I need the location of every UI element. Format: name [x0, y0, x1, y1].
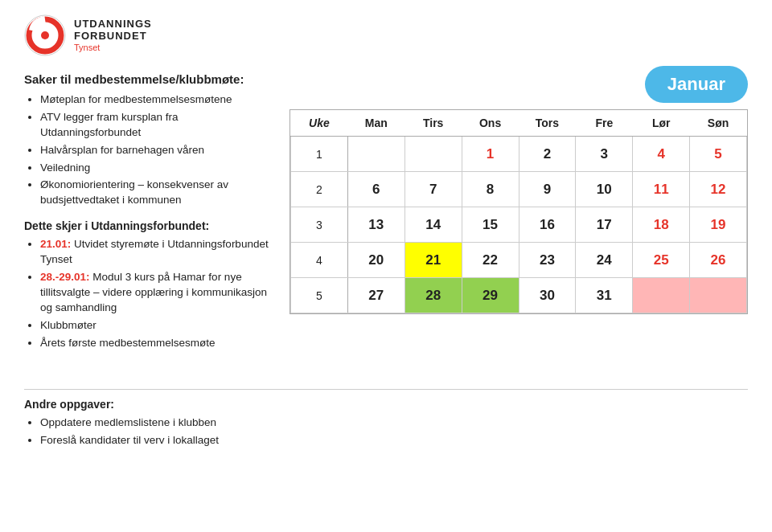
- main-content: Saker til medbestemmelse/klubbmøte: Møte…: [0, 72, 772, 378]
- header: UTDANNINGS FORBUNDET Tynset: [0, 0, 772, 64]
- col-header-uke: Uke: [291, 110, 348, 137]
- calendar-row: 52728293031: [291, 278, 747, 313]
- calendar-day: 26: [690, 243, 747, 278]
- calendar-day: [347, 137, 404, 172]
- calendar-day: 1: [462, 137, 519, 172]
- logo-line2: FORBUNDET: [74, 31, 152, 43]
- bottom-section: Andre oppgaver: Oppdatere medlemslistene…: [0, 378, 772, 476]
- calendar-day: 4: [633, 137, 690, 172]
- right-column: Januar Uke Man Tirs Ons Tors Fre Lør Søn: [290, 72, 748, 362]
- highlight-date: 28.-29.01:: [40, 271, 90, 283]
- item-text: Utvidet styremøte i Utdanningsforbundet …: [40, 238, 269, 265]
- list-item: Halvårsplan for barnehagen våren: [40, 143, 273, 158]
- calendar-table: Uke Man Tirs Ons Tors Fre Lør Søn 112345…: [290, 110, 747, 313]
- calendar-day: [633, 278, 690, 313]
- calendar-day: 6: [347, 172, 404, 207]
- calendar-day: [404, 137, 462, 172]
- calendar-row: 26789101112: [291, 172, 747, 207]
- calendar-day: 29: [462, 278, 519, 313]
- calendar-day: 16: [519, 207, 576, 243]
- calendar-row: 313141516171819: [291, 207, 747, 243]
- calendar-day: 27: [347, 278, 404, 313]
- calendar-day: 31: [576, 278, 633, 313]
- list-item: Økonomiorientering – konsekvenser av bud…: [40, 178, 273, 208]
- logo-icon: [24, 14, 66, 56]
- logo-line1: UTDANNINGS: [74, 18, 152, 31]
- list-item: 28.-29.01: Modul 3 kurs på Hamar for nye…: [40, 270, 273, 316]
- logo-tynset: Tynset: [74, 43, 152, 53]
- month-badge: Januar: [645, 66, 748, 103]
- week-number: 1: [291, 137, 348, 172]
- calendar-wrapper: Uke Man Tirs Ons Tors Fre Lør Søn 112345…: [290, 109, 748, 314]
- section1-list: Møteplan for medbestemmelsesmøtene ATV l…: [24, 92, 273, 208]
- calendar-day: 7: [404, 172, 462, 207]
- calendar-day: 10: [576, 172, 633, 207]
- list-item: Oppdatere medlemslistene i klubben: [40, 415, 748, 431]
- col-header-lor: Lør: [633, 110, 690, 137]
- col-header-son: Søn: [690, 110, 747, 137]
- calendar-day: 12: [690, 172, 747, 207]
- calendar-day: 5: [690, 137, 747, 172]
- col-header-tors: Tors: [519, 110, 576, 137]
- calendar-header-row: Uke Man Tirs Ons Tors Fre Lør Søn: [291, 110, 747, 137]
- calendar-day: [690, 278, 747, 313]
- section2-title: Dette skjer i Utdanningsforbundet:: [24, 219, 273, 232]
- list-item: ATV legger fram kursplan fra Utdanningsf…: [40, 110, 273, 141]
- calendar-day: 30: [519, 278, 576, 313]
- list-item: Årets første medbestemmelsesmøte: [40, 336, 273, 351]
- calendar-day: 8: [462, 172, 519, 207]
- list-item: Foreslå kandidater til verv i lokallaget: [40, 433, 748, 448]
- calendar-day: 22: [462, 243, 519, 278]
- calendar-day: 11: [633, 172, 690, 207]
- calendar-day: 25: [633, 243, 690, 278]
- bottom-list: Oppdatere medlemslistene i klubben Fores…: [24, 415, 748, 448]
- list-item: Veiledning: [40, 161, 273, 176]
- highlight-date: 21.01:: [40, 238, 71, 250]
- week-number: 2: [291, 172, 348, 207]
- calendar-day: 13: [347, 207, 404, 243]
- col-header-ons: Ons: [462, 110, 519, 137]
- calendar-day: 3: [576, 137, 633, 172]
- bottom-title: Andre oppgaver:: [24, 398, 748, 411]
- calendar-day: 20: [347, 243, 404, 278]
- calendar-row: 420212223242526: [291, 243, 747, 278]
- calendar-day: 17: [576, 207, 633, 243]
- calendar-day: 23: [519, 243, 576, 278]
- svg-point-3: [41, 31, 49, 39]
- calendar-day: 24: [576, 243, 633, 278]
- list-item: 21.01: Utvidet styremøte i Utdanningsfor…: [40, 237, 273, 268]
- col-header-tirs: Tirs: [404, 110, 462, 137]
- calendar-day: 2: [519, 137, 576, 172]
- calendar-day: 15: [462, 207, 519, 243]
- calendar-day: 18: [633, 207, 690, 243]
- calendar-day: 14: [404, 207, 462, 243]
- col-header-man: Man: [347, 110, 404, 137]
- week-number: 5: [291, 278, 348, 313]
- week-number: 4: [291, 243, 348, 278]
- section1-title: Saker til medbestemmelse/klubbmøte:: [24, 72, 273, 86]
- calendar-row: 112345: [291, 137, 747, 172]
- left-column: Saker til medbestemmelse/klubbmøte: Møte…: [24, 72, 273, 362]
- calendar-day: 19: [690, 207, 747, 243]
- calendar-day: 9: [519, 172, 576, 207]
- calendar-day: 28: [404, 278, 462, 313]
- section2-list: 21.01: Utvidet styremøte i Utdanningsfor…: [24, 237, 273, 350]
- col-header-fre: Fre: [576, 110, 633, 137]
- list-item: Møteplan for medbestemmelsesmøtene: [40, 92, 273, 108]
- week-number: 3: [291, 207, 348, 243]
- divider: [24, 389, 748, 390]
- logo-container: UTDANNINGS FORBUNDET Tynset: [24, 14, 152, 56]
- list-item: Klubbmøter: [40, 318, 273, 334]
- logo-text: UTDANNINGS FORBUNDET Tynset: [74, 18, 152, 53]
- calendar-day: 21: [404, 243, 462, 278]
